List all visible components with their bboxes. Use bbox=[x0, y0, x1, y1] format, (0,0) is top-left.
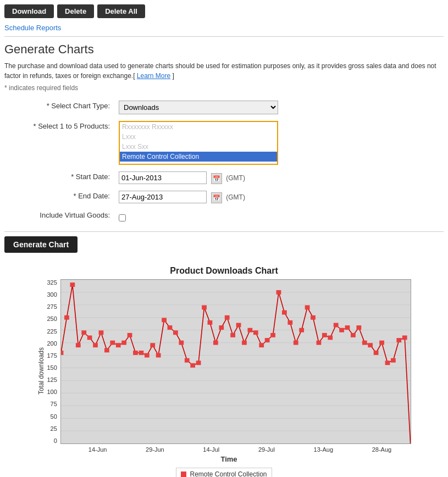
svg-rect-24 bbox=[116, 343, 121, 347]
svg-rect-15 bbox=[64, 315, 69, 320]
svg-rect-32 bbox=[162, 318, 167, 322]
svg-rect-34 bbox=[173, 330, 178, 335]
y-tick: 75 bbox=[47, 401, 57, 407]
legend-color-dot bbox=[181, 472, 186, 477]
svg-rect-69 bbox=[374, 351, 379, 355]
svg-rect-31 bbox=[156, 353, 161, 358]
svg-rect-21 bbox=[98, 330, 103, 335]
y-tick: 100 bbox=[47, 389, 57, 395]
svg-rect-20 bbox=[93, 343, 98, 347]
svg-rect-56 bbox=[299, 328, 304, 332]
y-tick: 175 bbox=[47, 352, 57, 359]
y-tick: 200 bbox=[47, 340, 57, 347]
y-axis-ticks: 3253002752502252001751501251007550250 bbox=[47, 279, 60, 444]
chart-type-select[interactable]: DownloadsPurchasesRevenue bbox=[119, 101, 278, 114]
svg-rect-19 bbox=[87, 335, 92, 340]
list-item[interactable]: Lxxx bbox=[120, 132, 277, 142]
svg-rect-74 bbox=[402, 335, 407, 340]
x-tick: 29-Jul bbox=[258, 446, 275, 453]
form-divider bbox=[4, 231, 444, 232]
svg-rect-64 bbox=[345, 325, 350, 330]
svg-rect-35 bbox=[179, 341, 184, 345]
svg-rect-39 bbox=[202, 305, 207, 309]
x-tick: 28-Aug bbox=[372, 446, 391, 453]
start-date-gmt: (GMT) bbox=[226, 174, 245, 182]
svg-rect-70 bbox=[379, 341, 384, 345]
svg-rect-53 bbox=[282, 310, 287, 315]
y-tick: 300 bbox=[47, 291, 57, 298]
svg-rect-61 bbox=[328, 335, 333, 340]
svg-rect-66 bbox=[356, 325, 361, 330]
svg-rect-58 bbox=[311, 315, 316, 320]
y-tick: 50 bbox=[47, 413, 57, 420]
x-tick: 13-Aug bbox=[314, 446, 333, 453]
disclaimer-text: The purchase and download data used to g… bbox=[4, 61, 444, 81]
svg-rect-23 bbox=[110, 341, 115, 345]
y-tick: 125 bbox=[47, 376, 57, 383]
svg-rect-65 bbox=[351, 333, 356, 337]
svg-rect-44 bbox=[230, 333, 235, 337]
svg-rect-28 bbox=[139, 351, 143, 355]
end-date-label: * End Date: bbox=[4, 187, 114, 207]
svg-rect-45 bbox=[236, 323, 241, 328]
svg-rect-72 bbox=[391, 358, 396, 363]
svg-rect-40 bbox=[207, 320, 212, 325]
y-tick: 225 bbox=[47, 328, 57, 335]
x-tick: 14-Jul bbox=[203, 446, 219, 453]
svg-rect-37 bbox=[190, 363, 195, 368]
page-title: Generate Charts bbox=[4, 42, 444, 57]
svg-rect-49 bbox=[259, 343, 264, 347]
chart-legend: Remote Control Collection bbox=[176, 468, 272, 477]
x-tick: 14-Jun bbox=[89, 446, 107, 453]
svg-rect-67 bbox=[362, 341, 367, 345]
y-axis-label: Total downloads bbox=[37, 347, 45, 395]
svg-rect-54 bbox=[287, 320, 292, 325]
virtual-goods-checkbox[interactable] bbox=[119, 214, 126, 221]
start-date-label: * Start Date: bbox=[4, 168, 114, 187]
svg-rect-18 bbox=[81, 330, 86, 335]
svg-rect-30 bbox=[150, 343, 155, 347]
chart-area bbox=[60, 279, 411, 444]
list-item[interactable]: Remote Control Collection bbox=[120, 152, 277, 162]
legend-label: Remote Control Collection bbox=[190, 470, 267, 477]
svg-rect-46 bbox=[242, 341, 247, 345]
schedule-reports-link[interactable]: Schedule Reports bbox=[4, 24, 61, 32]
delete-all-button[interactable]: Delete All bbox=[97, 4, 145, 18]
end-date-input[interactable] bbox=[119, 191, 207, 203]
svg-rect-63 bbox=[339, 328, 344, 332]
y-tick: 325 bbox=[47, 279, 57, 286]
svg-rect-59 bbox=[316, 341, 321, 345]
x-axis-ticks: 14-Jun29-Jun14-Jul29-Jul13-Aug28-Aug bbox=[69, 446, 411, 453]
delete-button[interactable]: Delete bbox=[57, 4, 94, 18]
svg-rect-38 bbox=[196, 360, 201, 365]
list-item[interactable]: Lxxx Sxx bbox=[120, 142, 277, 152]
x-axis-label: Time bbox=[47, 455, 411, 463]
start-date-calendar-icon[interactable]: 📅 bbox=[211, 173, 222, 184]
chart-svg bbox=[61, 280, 411, 443]
svg-rect-29 bbox=[145, 353, 150, 358]
learn-more-link[interactable]: Learn More bbox=[137, 72, 170, 80]
start-date-input[interactable] bbox=[119, 171, 207, 184]
svg-rect-43 bbox=[225, 315, 230, 320]
svg-rect-51 bbox=[270, 333, 275, 337]
products-listbox[interactable]: Rxxxxxxx RxxxxxLxxxLxxx SxxRemote Contro… bbox=[119, 121, 278, 165]
svg-rect-17 bbox=[76, 343, 81, 347]
svg-rect-22 bbox=[104, 348, 109, 352]
svg-rect-33 bbox=[167, 325, 172, 330]
top-divider bbox=[4, 36, 444, 37]
required-note: * indicates required fields bbox=[4, 84, 444, 92]
y-tick: 250 bbox=[47, 315, 57, 322]
chart-type-label: * Select Chart Type: bbox=[4, 97, 114, 118]
svg-rect-25 bbox=[121, 341, 126, 345]
download-button[interactable]: Download bbox=[4, 4, 54, 18]
svg-rect-48 bbox=[253, 330, 258, 335]
generate-chart-button[interactable]: Generate Chart bbox=[4, 236, 78, 253]
svg-rect-52 bbox=[276, 290, 281, 295]
list-item[interactable]: Rxxxxxxx Rxxxxx bbox=[120, 122, 277, 132]
products-label: * Select 1 to 5 Products: bbox=[4, 118, 114, 168]
svg-rect-14 bbox=[61, 351, 63, 355]
end-date-calendar-icon[interactable]: 📅 bbox=[211, 192, 222, 203]
list-item[interactable]: Remote Control Collection Pro bbox=[120, 162, 277, 165]
svg-rect-68 bbox=[368, 343, 373, 347]
svg-rect-55 bbox=[294, 341, 298, 345]
